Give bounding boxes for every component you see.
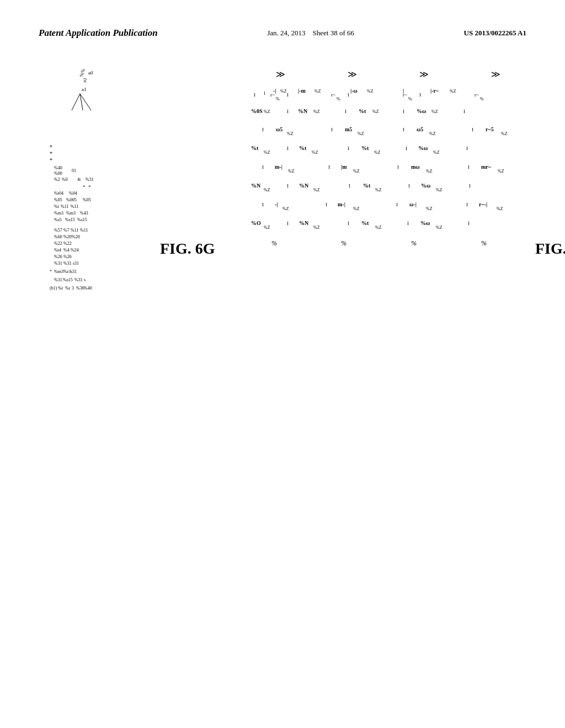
svg-text:%4: %4 [63,248,70,253]
svg-text:I: I [326,202,327,207]
svg-text:|-m: |-m [298,88,306,94]
svg-text:I: I [396,202,398,207]
svg-text:%Z: %Z [367,89,374,94]
patent-page: Patent Application Publication Jan. 24, … [0,0,565,728]
svg-text:FIG. 6G: FIG. 6G [160,240,215,257]
patent-date-sheet: Jan. 24, 2013 Sheet 38 of 66 [267,29,354,38]
svg-text:%00: %00 [54,171,62,176]
svg-text:r~: r~ [331,92,335,98]
svg-text:%Z: %Z [264,188,270,192]
svg-text:≫: ≫ [491,69,500,79]
svg-text:%Z: %Z [450,89,456,94]
svg-text:%O: %O [251,220,261,226]
svg-text:%Z: %Z [426,206,433,211]
svg-text:%05: %05 [54,197,62,202]
svg-text:%Z: %Z [429,131,436,136]
svg-text:%m3: %m3 [66,211,76,216]
svg-text:mω: mω [411,164,420,170]
svg-text:%26: %26 [54,254,62,259]
svg-text:%%: %% [78,68,86,78]
svg-text:I: I [345,109,347,114]
svg-text:%m3: %m3 [54,211,63,216]
svg-text:*: * [88,184,91,190]
svg-text:%s15: %s15 [63,277,73,282]
svg-text:%ω: %ω [418,145,428,151]
svg-text:%s5: %s5 [54,217,62,222]
svg-text:%005: %005 [66,197,77,202]
svg-text:%r: %r [58,286,63,291]
svg-text:%31: %31 [63,261,72,266]
svg-text:%t: %t [299,145,307,151]
svg-text:a1: a1 [82,87,87,92]
svg-text:%Z: %Z [264,150,270,155]
patent-header: Patent Application Publication Jan. 24, … [39,28,526,39]
svg-text:%Z: %Z [436,188,443,192]
svg-text:I: I [262,127,264,132]
svg-text:%t: %t [54,204,60,209]
svg-text:%40: %40 [54,165,62,170]
svg-text:I: I [403,127,404,132]
svg-text:ω5: ω5 [276,126,282,132]
svg-text:%11: %11 [80,228,88,233]
fig6h-svg: ≫ ≫ ≫ ≫ I r~ % I r~ % I r~ % I r~ % I -| [243,61,565,667]
svg-text:I: I [463,109,465,114]
svg-text:%t: %t [363,183,371,189]
svg-text:%7: %7 [63,228,70,233]
svg-text:≫: ≫ [276,69,285,79]
svg-text:-|: -| [275,201,278,207]
patent-number: US 2013/0022265 A1 [464,29,526,38]
svg-text:I: I [287,92,289,98]
svg-text:a0: a0 [88,70,93,76]
svg-text:%: % [481,239,487,247]
svg-text:I: I [287,221,289,226]
svg-text:-|: -| [273,88,276,94]
svg-text:%Z: %Z [315,89,321,94]
svg-text:%m3: %m3 [54,269,63,274]
svg-text:I: I [348,92,349,98]
svg-text:%s15: %s15 [77,217,87,222]
svg-text:%Z: %Z [287,131,294,136]
svg-text:%Z: %Z [358,131,364,136]
svg-text:%Z: %Z [431,109,438,114]
svg-text:I: I [287,146,289,151]
svg-text:I: I [407,221,409,226]
svg-text:≫: ≫ [348,69,357,79]
svg-text:%s15: %s15 [65,217,75,222]
svg-text:%t04: %t04 [54,191,63,196]
svg-text:%Z: %Z [313,188,320,192]
svg-text:%t: %t [361,220,369,226]
svg-text:%t: %t [251,145,259,151]
svg-text:%60: %60 [54,234,62,239]
svg-text:%05: %05 [83,197,91,202]
svg-text:mr~: mr~ [481,164,492,170]
svg-text:|-r~: |-r~ [430,88,439,94]
svg-text:%t4: %t4 [54,248,61,253]
svg-text:%11: %11 [71,204,78,209]
svg-text:s31: s31 [73,261,79,266]
svg-text:|: | [403,88,404,94]
svg-text:*: * [50,144,52,150]
svg-text:%04: %04 [69,191,77,196]
svg-text:%31: %31 [54,277,62,282]
svg-text:FIG. 6H: FIG. 6H [535,240,565,257]
svg-text:%t: %t [359,108,366,114]
svg-text:4t: 4t [77,177,81,182]
patent-date: Jan. 24, 2013 [267,29,305,37]
svg-text:(b1): (b1) [50,286,57,291]
svg-text:≫: ≫ [419,69,429,79]
svg-text:%: % [341,239,347,247]
svg-text:*: * [50,151,52,157]
fig6g-svg: %% a0 a1 a1 * * * %40 %00 01 %2 %0 4t [39,61,226,667]
svg-text:%20: %20 [72,234,80,239]
svg-text:r~-|: r~-| [479,201,487,207]
svg-line-4 [72,94,80,110]
svg-text:%: % [480,97,484,101]
svg-text:I: I [254,92,255,98]
svg-text:%Z: %Z [372,109,379,114]
svg-text:%31: %31 [74,277,83,282]
svg-text:01: 01 [72,168,76,173]
svg-text:%Z: %Z [498,169,504,174]
svg-text:%Z: %Z [282,206,289,211]
svg-text:%ω: %ω [417,108,426,114]
svg-text:%N: %N [299,220,309,226]
